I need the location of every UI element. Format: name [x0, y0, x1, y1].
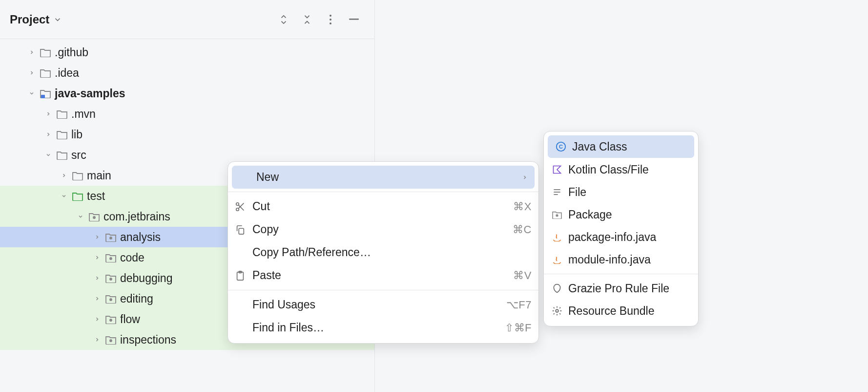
submenu-file[interactable]: File: [544, 181, 698, 203]
submenu-package-info[interactable]: package-info.java: [544, 226, 698, 248]
submenu-label: Package: [568, 208, 612, 221]
kotlin-icon: [551, 165, 563, 174]
shortcut: ⌘C: [513, 223, 532, 236]
context-menu: New Cut ⌘X Copy ⌘C Copy Path/Reference… …: [227, 161, 539, 344]
menu-cut[interactable]: Cut ⌘X: [228, 195, 538, 218]
shortcut: ⌘X: [513, 200, 532, 213]
svg-point-5: [93, 217, 95, 218]
tree-item-lib[interactable]: lib: [0, 124, 374, 145]
tree-label: editing: [120, 292, 153, 305]
svg-point-6: [110, 237, 112, 239]
menu-new[interactable]: New: [232, 166, 535, 189]
package-icon: [103, 273, 118, 283]
menu-label: Cut: [252, 200, 513, 213]
java-file-icon: [551, 255, 563, 264]
shortcut: ⌥F7: [506, 299, 532, 311]
svg-rect-3: [349, 19, 359, 20]
submenu-label: Java Class: [572, 140, 627, 153]
menu-label: Copy: [252, 223, 513, 236]
chevron-right-icon: [25, 70, 38, 76]
shortcut: ⌘V: [513, 269, 532, 282]
svg-point-2: [330, 22, 331, 24]
folder-icon: [38, 68, 53, 78]
submenu-label: package-info.java: [568, 231, 656, 244]
chevron-right-icon: [25, 49, 38, 55]
svg-rect-16: [239, 228, 244, 234]
chevron-down-icon: [42, 152, 55, 158]
tree-item-idea[interactable]: .idea: [0, 63, 374, 83]
folder-icon: [70, 171, 85, 180]
tree-label: .github: [55, 46, 88, 59]
submenu-kotlin-class[interactable]: Kotlin Class/File: [544, 158, 698, 181]
java-file-icon: [551, 233, 563, 241]
more-icon[interactable]: [325, 14, 336, 25]
svg-point-9: [110, 299, 112, 301]
svg-rect-4: [41, 95, 45, 98]
tree-item-github[interactable]: .github: [0, 42, 374, 63]
folder-icon: [55, 109, 69, 119]
menu-label: Paste: [252, 269, 513, 282]
chevron-right-icon: [522, 174, 528, 180]
minimize-icon[interactable]: [348, 14, 360, 25]
submenu-module-info[interactable]: module-info.java: [544, 248, 698, 271]
collapse-all-icon[interactable]: [301, 14, 313, 25]
menu-find-in-files[interactable]: Find in Files… ⇧⌘F: [228, 316, 538, 339]
svg-point-13: [236, 208, 239, 211]
package-icon: [551, 210, 563, 219]
tree-label: main: [87, 169, 111, 182]
tree-label: java-samples: [55, 87, 125, 100]
test-folder-icon: [70, 191, 85, 201]
scissors-icon: [235, 201, 252, 212]
svg-point-10: [110, 319, 112, 321]
menu-find-usages[interactable]: Find Usages ⌥F7: [228, 293, 538, 316]
gear-icon: [551, 305, 563, 316]
panel-title: Project: [10, 13, 49, 26]
clipboard-icon: [235, 270, 252, 281]
tree-label: test: [87, 190, 105, 203]
submenu-label: Grazie Pro Rule File: [568, 282, 669, 295]
tree-item-mvn[interactable]: .mvn: [0, 104, 374, 124]
svg-point-1: [330, 19, 331, 21]
menu-label: Copy Path/Reference…: [252, 246, 532, 259]
tree-item-java-samples[interactable]: java-samples: [0, 83, 374, 104]
tree-label: .mvn: [71, 108, 96, 121]
new-submenu: C Java Class Kotlin Class/File File Pack…: [543, 131, 699, 327]
submenu-package[interactable]: Package: [544, 203, 698, 226]
tree-label: code: [120, 251, 145, 264]
menu-copy-path[interactable]: Copy Path/Reference…: [228, 241, 538, 264]
submenu-label: File: [568, 186, 586, 199]
submenu-resource-bundle[interactable]: Resource Bundle: [544, 300, 698, 322]
package-icon: [87, 212, 102, 221]
menu-label: New: [256, 171, 522, 184]
svg-point-25: [556, 309, 558, 312]
chevron-right-icon: [58, 173, 70, 178]
package-icon: [103, 232, 118, 242]
menu-label: Find Usages: [252, 298, 506, 311]
menu-copy[interactable]: Copy ⌘C: [228, 218, 538, 241]
tree-label: debugging: [120, 272, 172, 285]
menu-divider: [228, 290, 538, 290]
chevron-down-icon: [58, 193, 70, 199]
grazie-icon: [551, 283, 563, 294]
tree-label: .idea: [55, 66, 79, 80]
copy-icon: [235, 224, 252, 235]
submenu-java-class[interactable]: C Java Class: [548, 135, 694, 158]
tree-label: flow: [120, 313, 140, 326]
menu-label: Find in Files…: [252, 321, 505, 334]
svg-point-11: [110, 340, 112, 342]
shortcut: ⇧⌘F: [505, 322, 532, 334]
chevron-right-icon: [91, 337, 103, 343]
svg-point-8: [110, 278, 112, 280]
file-icon: [551, 187, 563, 197]
menu-paste[interactable]: Paste ⌘V: [228, 264, 538, 287]
folder-icon: [55, 130, 69, 139]
chevron-right-icon: [91, 234, 103, 240]
expand-all-icon[interactable]: [278, 14, 289, 25]
panel-title-button[interactable]: Project: [10, 13, 62, 26]
chevron-right-icon: [91, 255, 103, 261]
tree-label: com.jetbrains: [103, 210, 170, 223]
submenu-grazie[interactable]: Grazie Pro Rule File: [544, 277, 698, 300]
chevron-right-icon: [91, 316, 103, 322]
tree-label: lib: [71, 128, 83, 141]
package-icon: [103, 253, 118, 262]
